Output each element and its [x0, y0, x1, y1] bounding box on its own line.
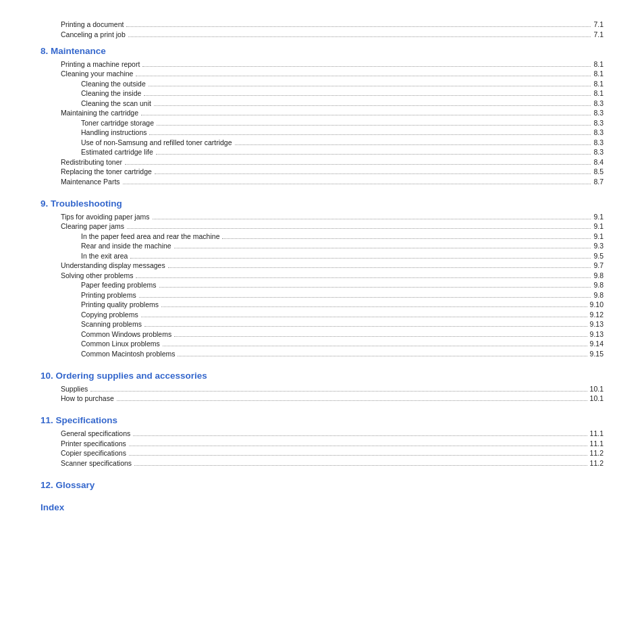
entry-dots	[153, 219, 591, 219]
toc-entry: Copier specifications11.2	[41, 449, 603, 458]
toc-section-specifications: 11. SpecificationsGeneral specifications…	[41, 415, 603, 468]
entry-dots	[129, 446, 587, 446]
entry-page: 11.2	[590, 459, 603, 467]
entry-label: Printing a machine report	[61, 60, 140, 68]
toc-entry: Printing a machine report8.1	[41, 60, 603, 69]
entry-label: Scanner specifications	[61, 459, 132, 467]
entry-page: 9.1	[593, 213, 603, 221]
entry-page: 8.3	[593, 148, 603, 156]
toc-entry: General specifications11.1	[41, 429, 603, 438]
entry-dots	[123, 184, 591, 184]
entry-dots	[222, 238, 591, 239]
toc-entry: Supplies10.1	[41, 385, 603, 394]
entry-page: 9.8	[593, 291, 603, 299]
entry-label: In the exit area	[81, 252, 128, 260]
toc-entry: Use of non-Samsung and refilled toner ca…	[41, 138, 603, 147]
entry-dots	[155, 173, 591, 174]
entry-page: 8.5	[593, 167, 603, 176]
entry-dots	[154, 105, 591, 106]
entry-dots	[128, 36, 591, 37]
entry-page: 8.3	[593, 138, 603, 146]
entry-dots	[90, 391, 587, 392]
entry-dots	[178, 356, 587, 356]
entry-label: Maintenance Parts	[61, 178, 120, 186]
entry-page: 9.7	[593, 261, 603, 269]
toc-entry: Canceling a print job7.1	[41, 30, 603, 39]
entry-dots	[144, 95, 591, 96]
entry-label: Cleaning your machine	[61, 70, 133, 78]
entry-label: Toner cartridge storage	[81, 119, 154, 127]
entry-label: Rear and inside the machine	[81, 242, 171, 250]
entry-page: 9.3	[593, 242, 603, 250]
entry-label: Canceling a print job	[61, 30, 126, 38]
entry-page: 7.1	[593, 20, 603, 28]
entry-dots	[141, 115, 591, 115]
entry-page: 8.3	[593, 128, 603, 136]
toc-entry: Paper feeding problems9.8	[41, 281, 603, 290]
entry-dots	[157, 125, 591, 126]
entry-dots	[125, 164, 591, 165]
toc-entry: How to purchase10.1	[41, 394, 603, 403]
section-heading-troubleshooting[interactable]: 9. Troubleshooting	[41, 198, 603, 209]
entry-dots	[144, 326, 587, 327]
entry-label: Common Linux problems	[81, 340, 160, 348]
entry-dots	[117, 400, 587, 401]
toc-entry: Cleaning the scan unit8.3	[41, 99, 603, 108]
entry-dots	[127, 228, 591, 229]
toc-section-troubleshooting: 9. TroubleshootingTips for avoiding pape…	[41, 198, 603, 358]
toc-entry: Cleaning the outside8.1	[41, 80, 603, 88]
section-heading-index[interactable]: Index	[41, 502, 603, 512]
entry-label: Understanding display messages	[61, 261, 165, 269]
entry-label: Copier specifications	[61, 449, 126, 457]
entry-page: 8.3	[593, 109, 603, 117]
entry-page: 9.1	[593, 222, 603, 230]
toc-entry: Maintaining the cartridge8.3	[41, 109, 603, 117]
entry-dots	[136, 76, 591, 76]
entry-label: Cleaning the inside	[81, 89, 141, 97]
entry-label: Printing problems	[81, 291, 136, 299]
entry-label: Use of non-Samsung and refilled toner ca…	[81, 138, 232, 146]
entry-dots	[168, 267, 591, 268]
entry-dots	[235, 144, 591, 145]
top-entries: Printing a document7.1Canceling a print …	[41, 20, 603, 39]
section-heading-specifications[interactable]: 11. Specifications	[41, 415, 603, 425]
entry-page: 8.1	[593, 89, 603, 97]
toc-entry: Printing problems9.8	[41, 291, 603, 300]
entry-dots	[139, 297, 591, 298]
toc-entry: Tips for avoiding paper jams9.1	[41, 213, 603, 221]
entry-dots	[149, 134, 591, 135]
toc-section-glossary: 12. Glossary	[41, 480, 603, 490]
toc-entry: Handling instructions8.3	[41, 128, 603, 137]
entry-label: Tips for avoiding paper jams	[61, 213, 150, 221]
entry-label: Handling instructions	[81, 128, 146, 136]
toc-entry: Redistributing toner8.4	[41, 158, 603, 167]
entry-page: 9.15	[590, 350, 603, 358]
entry-dots	[161, 306, 587, 307]
entry-label: Common Macintosh problems	[81, 350, 175, 358]
entry-page: 9.13	[590, 330, 603, 338]
entry-dots	[174, 248, 591, 248]
toc-entry: Printing a document7.1	[41, 20, 603, 29]
toc-entry: Common Linux problems9.14	[41, 340, 603, 348]
entry-dots	[133, 435, 587, 436]
entry-page: 7.1	[593, 30, 603, 38]
entry-page: 9.10	[590, 300, 603, 308]
entry-label: Paper feeding problems	[81, 281, 157, 289]
entry-page: 8.3	[593, 119, 603, 127]
section-heading-maintenance[interactable]: 8. Maintenance	[41, 46, 603, 56]
entry-page: 9.8	[593, 281, 603, 289]
section-heading-ordering[interactable]: 10. Ordering supplies and accessories	[41, 371, 603, 381]
toc-section-index: Index	[41, 502, 603, 512]
entry-dots	[163, 346, 587, 346]
entry-dots	[134, 465, 587, 466]
toc-entry: Toner cartridge storage8.3	[41, 119, 603, 128]
section-heading-glossary[interactable]: 12. Glossary	[41, 480, 603, 490]
entry-label: Solving other problems	[61, 271, 133, 279]
entry-label: Common Windows problems	[81, 330, 171, 338]
entry-dots	[142, 66, 591, 67]
entry-label: Copying problems	[81, 311, 138, 319]
toc-container: Printing a document7.1Canceling a print …	[41, 20, 603, 512]
toc-entry: Cleaning your machine8.1	[41, 70, 603, 78]
toc-entry: In the paper feed area and rear the mach…	[41, 232, 603, 241]
entry-label: Replacing the toner cartridge	[61, 167, 152, 176]
